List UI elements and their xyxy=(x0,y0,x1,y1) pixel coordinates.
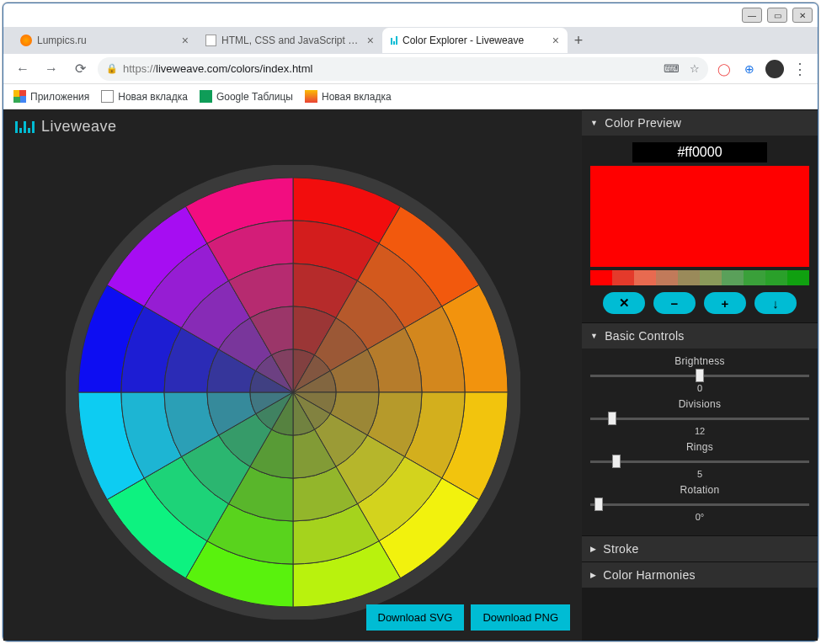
shade-swatch[interactable] xyxy=(722,270,744,285)
plus-button[interactable]: + xyxy=(704,292,746,314)
control-value: 5 xyxy=(590,469,809,479)
globe-icon[interactable]: ⊕ xyxy=(740,60,759,78)
chevron-right-icon: ▶ xyxy=(590,571,596,579)
brightness-slider[interactable] xyxy=(590,370,809,381)
window-titlebar: — ▭ ✕ xyxy=(3,3,818,27)
tab-label: Lumpics.ru xyxy=(37,35,87,46)
slider-thumb[interactable] xyxy=(608,412,616,425)
profile-avatar[interactable] xyxy=(765,60,784,78)
control-value: 0 xyxy=(590,383,809,393)
shade-swatch[interactable] xyxy=(700,270,722,285)
new-tab-button[interactable]: + xyxy=(568,32,589,50)
section-preview-body: #ff0000 ✕ − + ↓ xyxy=(582,136,818,322)
tab-label: Color Explorer - Liveweave xyxy=(403,35,524,46)
close-icon[interactable]: × xyxy=(182,34,189,47)
section-harmonies-header[interactable]: ▶ Color Harmonies xyxy=(582,562,818,588)
download-button[interactable]: ↓ xyxy=(754,292,797,314)
shade-swatch[interactable] xyxy=(744,270,765,285)
bookmarks-bar: Приложения Новая вкладка Google Таблицы … xyxy=(3,84,818,109)
section-basic-body: Brightness 0 Divisions 12 Rings 5 Rotati… xyxy=(582,349,818,535)
rings-slider[interactable] xyxy=(590,455,809,467)
minimize-button[interactable]: — xyxy=(742,8,762,23)
bookmark-label: Новая вкладка xyxy=(322,91,392,103)
shade-swatch[interactable] xyxy=(656,270,678,285)
slider-thumb[interactable] xyxy=(612,455,621,468)
section-preview-header[interactable]: ▼ Color Preview xyxy=(582,109,818,136)
slider-thumb[interactable] xyxy=(696,369,704,382)
section-title: Color Preview xyxy=(605,116,681,130)
wheel-panel: Liveweave Download SVG Download PNG xyxy=(3,109,582,641)
tab-lumpics[interactable]: Lumpics.ru × xyxy=(12,28,197,53)
sheets-icon xyxy=(200,90,212,103)
bookmark-newtab-1[interactable]: Новая вкладка xyxy=(101,90,188,103)
control-value: 12 xyxy=(590,426,809,436)
section-title: Stroke xyxy=(603,542,638,556)
side-panel: ▼ Color Preview #ff0000 ✕ − + ↓ ▼ Basic … xyxy=(582,109,818,641)
chevron-down-icon: ▼ xyxy=(590,119,598,127)
close-icon[interactable]: × xyxy=(367,34,374,47)
favicon-icon xyxy=(20,35,32,46)
forward-button[interactable]: → xyxy=(40,58,62,80)
close-button[interactable]: ✕ xyxy=(792,8,813,23)
tab-label: HTML, CSS and JavaScript demo xyxy=(221,35,362,46)
color-swatch-main xyxy=(590,166,809,267)
control-value: 0° xyxy=(590,512,809,522)
close-icon[interactable]: × xyxy=(552,34,559,47)
download-svg-button[interactable]: Download SVG xyxy=(366,604,465,631)
control-label: Brightness xyxy=(590,355,809,367)
browser-window: — ▭ ✕ Lumpics.ru × HTML, CSS and JavaScr… xyxy=(3,3,818,641)
maximize-button[interactable]: ▭ xyxy=(767,8,787,23)
shade-swatch[interactable] xyxy=(590,270,612,285)
opera-icon[interactable]: ◯ xyxy=(715,60,733,78)
rotation-slider[interactable] xyxy=(590,498,809,510)
menu-button[interactable]: ⋮ xyxy=(791,60,809,78)
minus-button[interactable]: − xyxy=(653,292,696,314)
slider-thumb[interactable] xyxy=(594,498,603,511)
app-content: Liveweave Download SVG Download PNG ▼ Co… xyxy=(3,109,818,641)
picture-icon xyxy=(305,90,317,103)
tab-html-demo[interactable]: HTML, CSS and JavaScript demo × xyxy=(197,28,382,53)
rotation-control: Rotation 0° xyxy=(590,484,809,522)
bookmark-newtab-2[interactable]: Новая вкладка xyxy=(305,90,392,103)
section-title: Color Harmonies xyxy=(603,568,696,582)
divisions-slider[interactable] xyxy=(590,412,809,424)
star-icon[interactable]: ☆ xyxy=(690,62,700,75)
brightness-control: Brightness 0 xyxy=(590,355,809,393)
color-wheel[interactable] xyxy=(3,144,582,641)
divisions-control: Divisions 12 xyxy=(590,398,809,436)
shade-swatch[interactable] xyxy=(612,270,634,285)
section-basic-header[interactable]: ▼ Basic Controls xyxy=(582,322,818,349)
brand-text: Liveweave xyxy=(41,118,117,136)
shade-swatch[interactable] xyxy=(787,270,809,285)
brand-logo xyxy=(15,121,35,133)
url-text: https://liveweave.com/colors/index.html xyxy=(123,62,312,75)
apps-icon xyxy=(13,90,26,103)
address-bar: ← → ⟳ 🔒 https://liveweave.com/colors/ind… xyxy=(3,54,818,84)
file-icon xyxy=(205,35,216,46)
shade-swatch[interactable] xyxy=(765,270,787,285)
download-png-button[interactable]: Download PNG xyxy=(471,604,570,631)
shade-swatch[interactable] xyxy=(634,270,656,285)
control-label: Rotation xyxy=(590,484,809,496)
file-icon xyxy=(101,90,114,103)
chevron-right-icon: ▶ xyxy=(590,545,596,553)
section-stroke-header[interactable]: ▶ Stroke xyxy=(582,535,818,562)
rings-control: Rings 5 xyxy=(590,441,809,479)
section-title: Basic Controls xyxy=(605,329,684,343)
chevron-down-icon: ▼ xyxy=(590,332,598,340)
download-row: Download SVG Download PNG xyxy=(366,604,571,631)
back-button[interactable]: ← xyxy=(12,58,34,80)
tab-color-explorer[interactable]: Color Explorer - Liveweave × xyxy=(382,28,568,53)
hex-value[interactable]: #ff0000 xyxy=(632,142,767,162)
bookmark-label: Новая вкладка xyxy=(118,91,188,103)
preview-buttons: ✕ − + ↓ xyxy=(590,292,809,314)
bookmark-apps[interactable]: Приложения xyxy=(13,90,89,103)
shade-row xyxy=(590,270,809,285)
favicon-icon xyxy=(391,36,397,45)
shade-swatch[interactable] xyxy=(678,270,700,285)
bookmark-sheets[interactable]: Google Таблицы xyxy=(200,90,293,103)
url-input[interactable]: 🔒 https://liveweave.com/colors/index.htm… xyxy=(98,57,708,81)
reload-button[interactable]: ⟳ xyxy=(69,58,91,80)
shuffle-button[interactable]: ✕ xyxy=(603,292,645,314)
translate-icon[interactable]: ⌨ xyxy=(664,62,680,75)
